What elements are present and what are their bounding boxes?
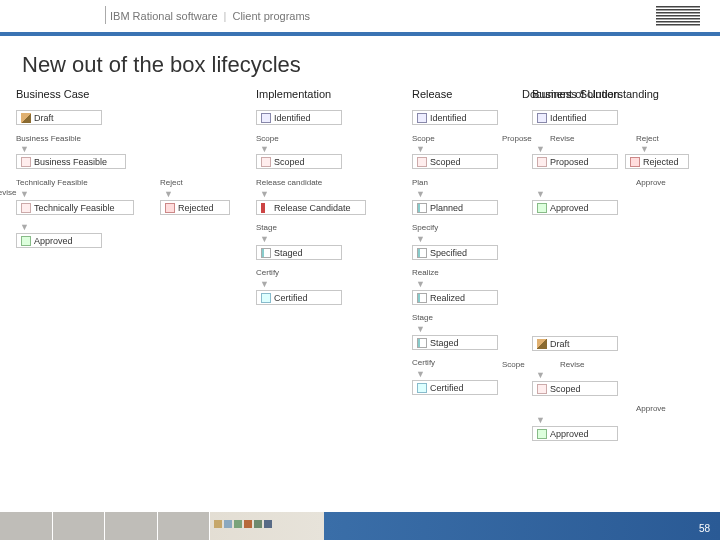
state-identified-bs: Identified <box>532 110 618 125</box>
transition-technically-feasible: Technically Feasible <box>16 178 88 187</box>
transition-approve-dou: Approve <box>636 404 666 413</box>
page-icon <box>417 248 427 258</box>
state-label: Draft <box>550 339 570 349</box>
section-text: Client programs <box>232 10 310 22</box>
state-approved-dou: Approved <box>532 426 618 441</box>
state-label: Realized <box>430 293 465 303</box>
svg-rect-2 <box>656 12 700 14</box>
transition-certify: Certify <box>256 268 279 277</box>
page-icon <box>417 338 427 348</box>
state-label: Staged <box>274 248 303 258</box>
state-planned: Planned <box>412 200 498 215</box>
slide-header: IBM Rational software | Client programs <box>0 0 720 32</box>
state-label: Certified <box>274 293 308 303</box>
brand-text: IBM Rational software <box>110 10 218 22</box>
pencil-icon <box>537 339 547 349</box>
transition-scope: Scope <box>256 134 279 143</box>
state-scoped-rel: Scoped <box>412 154 498 169</box>
arrow-down-icon: ▼ <box>416 279 425 289</box>
state-label: Draft <box>34 113 54 123</box>
state-staged-impl: Staged <box>256 245 342 260</box>
arrow-down-icon: ▼ <box>260 234 269 244</box>
state-label: Planned <box>430 203 463 213</box>
state-rejected: Rejected <box>160 200 230 215</box>
identify-icon <box>261 113 271 123</box>
check-icon <box>537 203 547 213</box>
cert-icon <box>261 293 271 303</box>
state-label: Approved <box>34 236 73 246</box>
state-label: Certified <box>430 383 464 393</box>
transition-plan: Plan <box>412 178 428 187</box>
page-icon <box>417 203 427 213</box>
footer-color-squares <box>214 520 272 528</box>
arrow-down-icon: ▼ <box>20 144 29 154</box>
state-staged-rel: Staged <box>412 335 498 350</box>
state-label: Release Candidate <box>274 203 351 213</box>
state-business-feasible: Business Feasible <box>16 154 126 169</box>
transition-reject-bs: Reject <box>636 134 659 143</box>
cert-icon <box>417 383 427 393</box>
arrow-down-icon: ▼ <box>640 144 649 154</box>
state-specified: Specified <box>412 245 498 260</box>
state-rejected-bs: Rejected <box>625 154 689 169</box>
arrow-down-icon: ▼ <box>416 369 425 379</box>
state-label: Specified <box>430 248 467 258</box>
state-technically-feasible: Technically Feasible <box>16 200 134 215</box>
footer-photos <box>0 512 210 540</box>
check-icon <box>537 429 547 439</box>
page-icon <box>417 293 427 303</box>
col-header-doc-understanding: Document of Understanding <box>522 88 659 100</box>
box-icon <box>537 384 547 394</box>
x-icon <box>165 203 175 213</box>
state-certified-rel: Certified <box>412 380 498 395</box>
arrow-down-icon: ▼ <box>536 415 545 425</box>
arrow-down-icon: ▼ <box>416 234 425 244</box>
arrow-down-icon: ▼ <box>416 144 425 154</box>
state-proposed: Proposed <box>532 154 618 169</box>
arrow-down-icon: ▼ <box>260 279 269 289</box>
state-scoped-dou: Scoped <box>532 381 618 396</box>
arrow-down-icon: ▼ <box>260 189 269 199</box>
col-header-release: Release <box>412 88 452 100</box>
state-scoped-impl: Scoped <box>256 154 342 169</box>
svg-rect-0 <box>656 6 700 8</box>
arrow-down-icon: ▼ <box>20 222 29 232</box>
col-header-implementation: Implementation <box>256 88 331 100</box>
box-icon <box>537 157 547 167</box>
transition-realize: Realize <box>412 268 439 277</box>
svg-rect-5 <box>656 21 700 23</box>
state-label: Staged <box>430 338 459 348</box>
arrow-down-icon: ▼ <box>536 370 545 380</box>
state-release-candidate: Release Candidate <box>256 200 366 215</box>
state-label: Rejected <box>178 203 214 213</box>
transition-approve-bs: Approve <box>636 178 666 187</box>
transition-scope-rel: Scope <box>412 134 435 143</box>
state-draft: Draft <box>16 110 102 125</box>
slide-title: New out of the box lifecycles <box>0 36 720 88</box>
flag-icon <box>261 203 271 213</box>
col-header-business-case: Business Case <box>16 88 89 100</box>
transition-stage: Stage <box>256 223 277 232</box>
state-label: Scoped <box>430 157 461 167</box>
arrow-down-icon: ▼ <box>260 144 269 154</box>
state-label: Identified <box>274 113 311 123</box>
arrow-down-icon: ▼ <box>20 189 29 199</box>
arrow-down-icon: ▼ <box>416 189 425 199</box>
svg-rect-6 <box>656 24 700 26</box>
transition-scope-dou: Scope <box>502 360 525 369</box>
state-certified: Certified <box>256 290 342 305</box>
transition-specify: Specify <box>412 223 438 232</box>
slide-body: Business Case Implementation Release Bus… <box>0 88 720 498</box>
x-icon <box>630 157 640 167</box>
state-label: Scoped <box>550 384 581 394</box>
transition-revise: Revise <box>0 188 16 197</box>
state-label: Proposed <box>550 157 589 167</box>
identify-icon <box>417 113 427 123</box>
transition-business-feasible: Business Feasible <box>16 134 81 143</box>
svg-rect-1 <box>656 9 700 11</box>
identify-icon <box>537 113 547 123</box>
state-label: Scoped <box>274 157 305 167</box>
transition-revise-bs: Revise <box>550 134 574 143</box>
transition-propose: Propose <box>502 134 532 143</box>
page-icon <box>261 248 271 258</box>
